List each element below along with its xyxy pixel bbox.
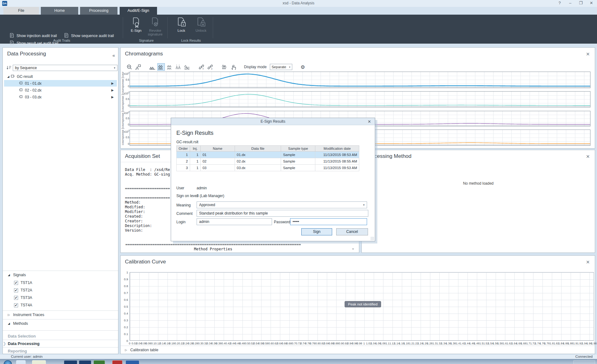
- trace-plot-injection-02-signal[interactable]: [130, 91, 590, 107]
- cascade-view-icon[interactable]: [184, 63, 191, 71]
- methods-section-header[interactable]: ◢ Methods: [8, 321, 28, 326]
- tree-item-injection[interactable]: 02 - 02.dx▶: [4, 87, 117, 93]
- ribbon-button-lock[interactable]: Lock: [172, 17, 190, 32]
- table-row[interactable]: 110101.dxSample11/13/2015 08:53 AM: [177, 152, 359, 158]
- tab-processing[interactable]: Processing: [80, 7, 117, 15]
- signals-section-header[interactable]: ◢ Signals: [8, 273, 26, 277]
- taskbar-item-folder[interactable]: [32, 360, 46, 364]
- zoom-region-icon[interactable]: [134, 63, 142, 71]
- taskbar-item-app-blue[interactable]: [126, 360, 139, 364]
- checkbox[interactable]: ✔: [14, 296, 18, 300]
- ribbon-button-show-sequence-audit-trail[interactable]: Show sequence audit trail: [64, 33, 114, 39]
- calibration-x-tick: 1.7: [526, 342, 530, 345]
- expander-open-icon[interactable]: ◢: [7, 75, 11, 78]
- taskbar-item-browser[interactable]: [16, 360, 26, 364]
- dialog-titlebar[interactable]: E-Sign Results ✕: [171, 118, 375, 125]
- start-button[interactable]: [4, 360, 12, 364]
- column-header-inj-[interactable]: Inj.: [190, 146, 200, 152]
- checkbox[interactable]: ✔: [14, 281, 18, 285]
- meaning-select[interactable]: Approved ▾: [197, 201, 367, 208]
- trace-y-ticks: x102 0.5 0: [124, 91, 130, 107]
- arrow-right-icon[interactable]: ▶: [111, 82, 114, 85]
- expand-down-icon[interactable]: ⌄: [351, 246, 355, 250]
- integrate-icon[interactable]: [221, 63, 228, 71]
- tree-item-injection[interactable]: 01 - 01.dx▶: [4, 80, 117, 87]
- link-x-icon[interactable]: x: [198, 63, 205, 71]
- calibration-x-tick: 0.48: [239, 342, 245, 345]
- ribbon-button-e-sign[interactable]: E-Sign: [127, 17, 145, 32]
- tab-file[interactable]: File: [3, 7, 39, 15]
- calibration-table-expander[interactable]: ▷ Calibration table: [121, 346, 595, 354]
- column-header-name[interactable]: Name: [200, 146, 235, 152]
- ribbon-button-revoke-signature[interactable]: Revoke signature: [145, 17, 165, 36]
- close-panel-icon[interactable]: ✕: [586, 52, 590, 56]
- nav-item-data-processing[interactable]: Data Processing: [3, 340, 118, 347]
- result-set-icon: [11, 74, 15, 79]
- comment-input[interactable]: [197, 210, 368, 217]
- column-header-order[interactable]: Order: [177, 146, 190, 152]
- collapse-panel-icon[interactable]: «: [112, 53, 115, 58]
- close-icon[interactable]: ✕: [589, 1, 594, 5]
- cancel-button[interactable]: Cancel: [336, 228, 368, 235]
- restore-icon[interactable]: ❐: [578, 1, 583, 5]
- close-panel-icon[interactable]: ✕: [586, 260, 590, 264]
- checkbox[interactable]: ✔: [14, 288, 18, 292]
- arrow-right-icon[interactable]: ▶: [111, 95, 114, 99]
- resize-grip[interactable]: [370, 237, 374, 240]
- sort-icon[interactable]: [7, 65, 12, 70]
- calibration-x-tick: 1.2: [409, 342, 413, 345]
- esign-icon: [127, 17, 145, 28]
- nav-item-reporting[interactable]: Reporting: [3, 348, 118, 355]
- display-mode-select[interactable]: Separate ▾: [270, 64, 292, 70]
- taskbar-item-pinned-app-1[interactable]: [64, 360, 77, 364]
- table-row[interactable]: 310303.dxSample11/13/2015 09:53 AM: [177, 165, 359, 171]
- taskbar-clock[interactable]: [573, 360, 595, 364]
- signal-row-tst1a[interactable]: ✔TST1A: [14, 280, 32, 286]
- settings-gear-icon[interactable]: ⚙: [299, 63, 307, 71]
- button-label: Lock: [172, 29, 190, 32]
- tab-audit-esign[interactable]: Audit/E-Sign: [120, 7, 157, 15]
- checkbox[interactable]: ✔: [14, 303, 18, 307]
- signal-row-tst4a[interactable]: ✔TST4A: [14, 302, 32, 308]
- overlay-view-icon[interactable]: [149, 63, 156, 71]
- panel-title: Calibration Curve: [125, 259, 166, 265]
- column-header-data-file[interactable]: Data file: [235, 146, 281, 152]
- link-y-icon[interactable]: y: [207, 63, 214, 71]
- minimize-icon[interactable]: –: [568, 1, 573, 5]
- calibration-x-tick: 1.1: [386, 342, 390, 345]
- close-dialog-icon[interactable]: ✕: [368, 119, 371, 124]
- sign-button[interactable]: Sign: [301, 228, 332, 235]
- grouping-select[interactable]: by Sequence ▾: [13, 65, 117, 71]
- peak-tooltip: Peak not identified: [345, 301, 381, 307]
- close-panel-icon[interactable]: ✕: [586, 154, 590, 159]
- login-input[interactable]: [197, 218, 272, 225]
- signal-row-tst2a[interactable]: ✔TST2A: [14, 287, 32, 293]
- signal-row-tst3a[interactable]: ✔TST3A: [14, 295, 32, 300]
- trace-plot-injection-01-signal[interactable]: [130, 72, 590, 88]
- column-header-modification-date[interactable]: Modification date: [315, 146, 359, 152]
- button-label: E-Sign: [127, 29, 145, 32]
- taskbar-item-pinned-app-2[interactable]: [79, 360, 91, 364]
- ribbon-button-show-injection-audit-trail[interactable]: Show injection audit trail: [10, 33, 57, 39]
- instrument-traces-section-header[interactable]: ▷ Instrument Traces: [8, 313, 44, 317]
- stacked-view-icon[interactable]: [166, 63, 174, 71]
- table-row[interactable]: 210202.dxSample11/13/2015 08:55 AM: [177, 158, 359, 165]
- nav-item-data-selection[interactable]: Data Selection: [3, 333, 118, 340]
- help-icon[interactable]: ?: [557, 1, 562, 5]
- audit-doc-icon: [10, 33, 14, 39]
- password-input[interactable]: [290, 218, 367, 225]
- tree-item-injection[interactable]: 03 - 03.dx▶: [4, 94, 117, 100]
- manual-integration-icon[interactable]: [230, 63, 237, 71]
- tree-item-gc-result[interactable]: ◢ GC-result: [4, 73, 117, 80]
- arrow-right-icon[interactable]: ▶: [111, 88, 114, 92]
- tree-item-label: GC-result: [17, 74, 33, 79]
- taskbar-item-app-red[interactable]: [112, 360, 122, 364]
- signals-view-icon[interactable]: [175, 63, 182, 71]
- separate-view-icon[interactable]: [157, 63, 165, 71]
- column-header-sample-type[interactable]: Sample type: [281, 146, 315, 152]
- taskbar-item-pinned-app-3[interactable]: [93, 360, 105, 364]
- tab-home[interactable]: Home: [41, 7, 78, 15]
- calibration-x-tick: 0: [129, 342, 130, 345]
- zoom-out-icon[interactable]: [126, 63, 133, 71]
- ribbon-button-unlock[interactable]: Unlock: [192, 17, 210, 32]
